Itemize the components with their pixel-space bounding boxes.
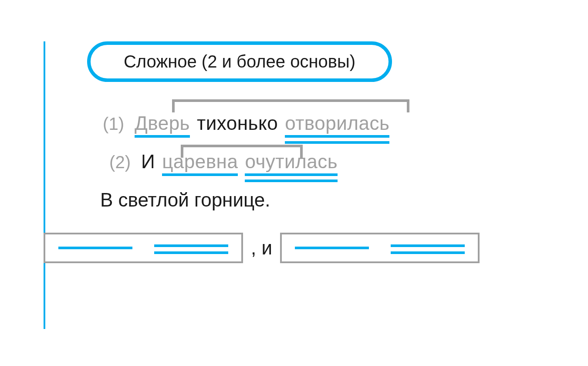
word-conjunction: И [141, 151, 155, 173]
word-adverb-1: тихонько [197, 112, 278, 134]
header-title: Сложное (2 и более основы) [124, 52, 355, 71]
schema-box-2 [280, 233, 480, 263]
word-predicate-2: очутилась [245, 151, 338, 173]
word-subject-2: царевна [162, 151, 238, 173]
line-number-2: (2) [105, 152, 131, 172]
bracket-line-1 [172, 99, 409, 112]
schema-subject-line [58, 247, 132, 249]
schema-connector: , и [249, 237, 274, 259]
sentence-line-3: В светлой горнице. [100, 189, 544, 211]
word-predicate-1: отворилась [285, 112, 389, 134]
line-number-1: (1) [98, 114, 124, 134]
schema-subject-line [295, 247, 369, 249]
sentence-line-2: (2) И царевна очутилась [105, 151, 544, 173]
header-pill: Сложное (2 и более основы) [87, 41, 392, 82]
word-subject-1: Дверь [135, 112, 190, 134]
page-content: Сложное (2 и более основы) (1) Дверь тих… [44, 41, 544, 263]
schema-box-1 [44, 233, 243, 263]
sentence-line-1: (1) Дверь тихонько отворилась [98, 112, 544, 134]
example-block: (1) Дверь тихонько отворилась (2) И царе… [44, 112, 544, 263]
schema-row: , и [44, 233, 544, 263]
